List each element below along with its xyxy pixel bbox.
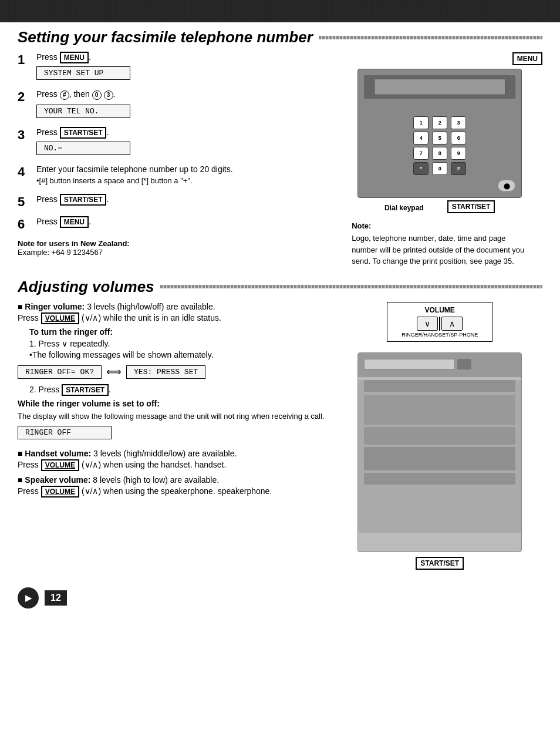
startset-button-label-5: START/SET [60,194,107,206]
step5-text: Press START/SET. [36,194,325,204]
menu-button-label-6: MENU [60,216,89,228]
key-0: 0 [432,162,447,175]
section1-title-text: Setting your facsimile telephone number [18,28,313,46]
section1-title-line [319,36,542,39]
keypad-diagram: 1 2 3 4 5 6 7 8 9 [357,69,522,198]
section2-title-line [160,285,542,288]
step2-content: Press #, then 0 3. YOUR TEL NO. [36,89,325,120]
turn-off-step1: 1. Press ∨ repeatedly. [29,339,325,348]
volume-btn-handset: VOLUME [41,459,79,471]
vol-separator [439,317,440,331]
step5-content: Press START/SET. [36,194,325,206]
handset-volume-item: ■ Handset volume: 3 levels (high/middle/… [18,449,325,469]
dial-caption-row: Dial keypad START/SET [384,200,495,213]
section1-title: Setting your facsimile telephone number [18,28,542,46]
key-star: * [413,162,429,175]
key-1: 1 [413,116,429,129]
step1-num: 1 [18,52,32,68]
key-7: 7 [413,147,429,160]
top-bar [0,0,560,22]
step1-text: Press MENU. [36,52,325,62]
turn-off-step2: 2. Press START/SET. [29,385,325,394]
step6: 6 Press MENU. [18,217,325,232]
note-heading: Note: [352,221,528,230]
key-5: 5 [432,132,447,144]
section2-right: VOLUME ∨ ∧ RINGER/HANDSET/SP-PHONE [337,302,542,570]
step6-text: Press MENU. [36,217,325,226]
nz-note: Note for users in New Zealand: Example: … [18,239,325,257]
turn-off-heading: To turn the ringer off: [29,327,325,337]
zero-key: 0 [92,90,102,100]
keypad-row-3: 7 8 9 [364,147,515,160]
key-4: 4 [413,132,429,144]
step2-text: Press #, then 0 3. [36,89,325,100]
hash-key: # [60,90,69,100]
volume-buttons: ∨ ∧ [394,317,485,331]
speaker-press-text: Press VOLUME (∨/∧) when using the speake… [18,486,325,496]
menu-btn-right: MENU [512,52,542,65]
while-off-heading: While the ringer volume is set to off: [18,399,325,408]
startset-button-label-3: START/SET [60,127,107,139]
vol-up-btn[interactable]: ∧ [441,317,463,331]
section2-title: Adjusting volumes [18,278,542,296]
step4-num: 4 [18,164,32,180]
step1-lcd: SYSTEM SET UP [36,66,130,80]
section2-title-text: Adjusting volumes [18,278,154,296]
section2-body: ■ Ringer volume: 3 levels (high/low/off)… [18,302,542,570]
section1: Setting your facsimile telephone number … [18,28,542,267]
step3-num: 3 [18,127,32,143]
section1-left: 1 Press MENU. SYSTEM SET UP 2 Press #, t… [18,52,325,267]
handset-text: ■ Handset volume: 3 levels (high/middle/… [18,449,325,458]
key-9: 9 [451,147,466,160]
keypad-row-1: 1 2 3 [364,116,515,129]
step4-text: Enter your facsimile telephone number up… [36,164,325,174]
page-icon: ▶ [18,587,39,609]
step5: 5 Press START/SET. [18,194,325,210]
note-text: Logo, telephone number, date, time and p… [352,233,528,267]
ringer-handset-label: RINGER/HANDSET/SP-PHONE [394,332,485,338]
key-6: 6 [451,132,466,144]
keypad-row-4: * 0 # [364,162,515,175]
section-separator: Adjusting volumes [18,278,542,296]
vol-down-btn[interactable]: ∨ [417,317,438,331]
step1: 1 Press MENU. SYSTEM SET UP [18,52,325,82]
step5-num: 5 [18,194,32,210]
volume-diagram: VOLUME ∨ ∧ RINGER/HANDSET/SP-PHONE [387,302,492,342]
section1-right: MENU 1 2 3 4 [337,52,542,267]
page-number: 12 [45,590,67,606]
volume-btn-speaker: VOLUME [41,486,79,497]
while-off-text: The display will show the following mess… [18,411,325,422]
step3-lcd: NO.= [36,142,130,155]
key-3: 3 [451,116,466,129]
nz-note-heading: Note for users in New Zealand: [18,239,325,248]
step3-content: Press START/SET. NO.= [36,127,325,157]
then-text: then [73,89,89,99]
startset-btn-right: START/SET [447,200,495,213]
volume-btn-label: VOLUME [41,312,79,324]
step3: 3 Press START/SET. NO.= [18,127,325,157]
step4: 4 Enter your facsimile telephone number … [18,164,325,187]
startset-btn-label-2: START/SET [62,384,109,396]
note-box: Note: Logo, telephone number, date, time… [352,221,528,267]
speaker-volume-item: ■ Speaker volume: 8 levels (high to low)… [18,475,325,496]
ringer-lcd-row: RINGER OFF= OK? ⟺ YES: PRESS SET [18,363,325,381]
ringer-volume-item: ■ Ringer volume: 3 levels (high/low/off)… [18,302,325,442]
handset-press-text: Press VOLUME (∨/∧) when using the handse… [18,460,325,469]
ringer-off-lcd: RINGER OFF [18,426,112,439]
double-arrow: ⟺ [106,365,122,378]
step4-content: Enter your facsimile telephone number up… [36,164,325,187]
nz-note-text: Example: +64 9 1234567 [18,248,325,257]
step6-num: 6 [18,217,32,232]
volume-label: VOLUME [394,306,485,314]
ringer-off-ok-lcd: RINGER OFF= OK? [18,365,102,379]
key-8: 8 [432,147,447,160]
menu-button-label: MENU [60,52,89,63]
startset-btn-section2-right: START/SET [416,557,464,570]
step6-content: Press MENU. [36,217,325,228]
step2: 2 Press #, then 0 3. YOUR TEL NO. [18,89,325,120]
keypad-rows: 1 2 3 4 5 6 7 8 9 [364,116,515,175]
step2-num: 2 [18,89,32,105]
page-footer: ▶ 12 [0,581,560,614]
turn-off-bullet: •The following messages will be shown al… [29,350,325,359]
key-2: 2 [432,116,447,129]
